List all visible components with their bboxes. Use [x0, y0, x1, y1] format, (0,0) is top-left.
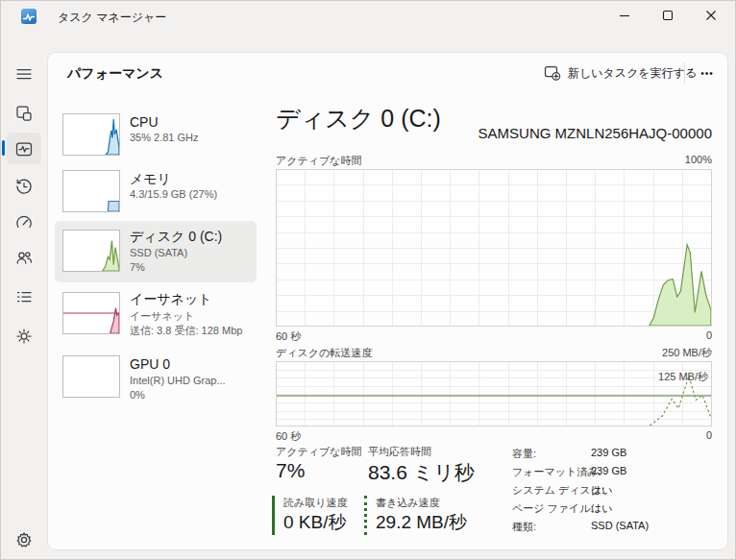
transfer-chart-ymax: 250 MB/秒 — [662, 346, 712, 360]
memory-mini-chart — [62, 170, 120, 212]
active-time-chart — [276, 169, 712, 327]
transfer-chart-header: ディスクの転送速度 250 MB/秒 — [276, 346, 712, 360]
stat-active-time: アクティブな時間 7% — [276, 445, 362, 482]
settings-gear-icon — [14, 530, 34, 549]
stat-read-speed: 読み取り速度 0 KB/秒 — [272, 496, 348, 535]
active-chart-xright: 0 — [706, 329, 712, 344]
users-icon — [14, 248, 34, 267]
sidebar-item-settings[interactable] — [7, 523, 41, 555]
gpu-mini-chart — [62, 355, 120, 398]
page-title: パフォーマンス — [67, 65, 163, 83]
transfer-chart-xaxis: 60 秒 0 — [276, 429, 712, 444]
active-chart-label: アクティブな時間 — [276, 154, 362, 168]
menu-hamburger-button[interactable] — [7, 58, 41, 89]
history-clock-icon — [14, 177, 34, 196]
sidebar-item-users[interactable] — [7, 241, 41, 273]
gauge-icon — [14, 213, 34, 232]
processes-icon — [14, 104, 34, 123]
active-chart-ymax: 100% — [685, 154, 712, 168]
stat-avg-response: 平均応答時間 83.6 ミリ秒 — [368, 445, 475, 486]
maximize-button[interactable] — [647, 0, 689, 31]
sidebar-item-services[interactable] — [7, 320, 41, 352]
transfer-chart-label: ディスクの転送速度 — [276, 346, 372, 360]
task-manager-window: タスク マネージャー — [0, 0, 736, 560]
navigation-rail — [0, 0, 48, 560]
active-chart-xleft: 60 秒 — [276, 329, 301, 344]
transfer-chart-xright: 0 — [706, 429, 712, 444]
transfer-chart-ymid: 125 MB/秒 — [658, 370, 708, 384]
ethernet-mini-chart — [62, 292, 120, 334]
cpu-mini-chart — [62, 113, 120, 156]
transfer-rate-chart — [276, 361, 712, 426]
sidebar-item-app-history[interactable] — [7, 170, 41, 202]
disk-mini-chart — [62, 230, 120, 272]
window-title: タスク マネージャー — [58, 10, 166, 26]
stat-write-speed: 書き込み速度 29.2 MB/秒 — [364, 496, 467, 535]
disk-performance-pane: ディスク 0 (C:) SAMSUNG MZNLN256HAJQ-00000 ア… — [276, 53, 727, 549]
content-card: パフォーマンス 新しいタスクを実行する ••• CPU 35% 2.81 GHz — [48, 53, 727, 549]
sidebar-item-details[interactable] — [7, 280, 41, 312]
transfer-chart-xleft: 60 秒 — [276, 429, 301, 444]
disk-model-name: SAMSUNG MZNLN256HAJQ-00000 — [478, 125, 712, 141]
sidebar-item-startup-apps[interactable] — [7, 207, 41, 238]
minimize-button[interactable] — [603, 0, 646, 31]
active-chart-header: アクティブな時間 100% — [276, 154, 712, 168]
services-gear-icon — [14, 327, 34, 346]
performance-icon — [14, 139, 34, 158]
disk-pane-title: ディスク 0 (C:) — [276, 103, 441, 134]
hamburger-icon — [14, 64, 34, 84]
details-list-icon — [14, 287, 34, 306]
selected-indicator — [2, 140, 5, 156]
active-chart-xaxis: 60 秒 0 — [276, 329, 712, 344]
sidebar-item-processes[interactable] — [7, 97, 41, 129]
close-button[interactable] — [690, 0, 732, 31]
sidebar-item-performance[interactable] — [7, 133, 41, 164]
